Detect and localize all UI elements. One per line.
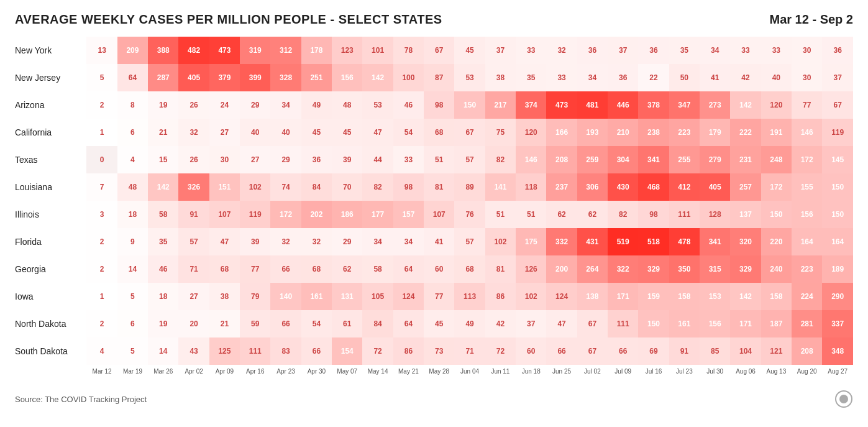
table-row: New Jersey564287405379399328251156142100…: [15, 64, 853, 91]
heatmap-cell: 45: [424, 310, 454, 337]
date-label: Aug 20: [792, 365, 822, 383]
heatmap-cell: 189: [822, 255, 853, 283]
heatmap-cell: 42: [730, 64, 761, 91]
heatmap-cell: 332: [546, 228, 577, 255]
heatmap-cell: 77: [424, 283, 454, 310]
heatmap-cell: 153: [700, 283, 730, 310]
page-footer: Source: The COVID Tracking Project: [15, 390, 853, 408]
heatmap-cell: 2: [86, 228, 117, 255]
heatmap-cell: 161: [301, 283, 332, 310]
date-label: Aug 06: [730, 365, 761, 383]
heatmap-cell: 61: [332, 310, 362, 337]
heatmap-cell: 8: [117, 91, 148, 119]
heatmap-cell: 209: [117, 37, 148, 64]
date-label: Aug 27: [822, 365, 853, 383]
heatmap-cell: 193: [577, 119, 608, 146]
heatmap-cell: 482: [178, 37, 209, 64]
state-label: Georgia: [15, 255, 86, 283]
heatmap-cell: 34: [362, 228, 393, 255]
heatmap-cell: 59: [240, 310, 270, 337]
date-range: Mar 12 - Sep 2: [769, 12, 853, 27]
heatmap-cell: 85: [700, 337, 730, 365]
heatmap-cell: 179: [700, 119, 730, 146]
heatmap-cell: 120: [761, 91, 792, 119]
heatmap-cell: 29: [270, 146, 301, 173]
heatmap-cell: 378: [638, 91, 669, 119]
heatmap-cell: 54: [301, 310, 332, 337]
heatmap-cell: 224: [792, 283, 822, 310]
heatmap-cell: 67: [577, 337, 608, 365]
date-label: May 28: [424, 365, 454, 383]
heatmap-cell: 100: [393, 64, 424, 91]
svg-point-1: [839, 395, 848, 403]
heatmap-cell: 164: [822, 228, 853, 255]
heatmap-cell: 238: [638, 119, 669, 146]
table-row: California162132274040454547546867751201…: [15, 119, 853, 146]
table-row: New York13209388482473319312178123101786…: [15, 37, 853, 64]
heatmap-cell: 4: [117, 146, 148, 173]
heatmap-cell: 46: [148, 255, 178, 283]
heatmap-cell: 350: [669, 255, 700, 283]
heatmap-cell: 67: [454, 119, 485, 146]
heatmap-cell: 47: [362, 119, 393, 146]
state-label: South Dakota: [15, 337, 86, 365]
heatmap-cell: 29: [240, 91, 270, 119]
heatmap-cell: 151: [209, 173, 240, 201]
heatmap-cell: 30: [792, 37, 822, 64]
heatmap-cell: 279: [700, 146, 730, 173]
heatmap-cell: 40: [761, 64, 792, 91]
heatmap-cell: 104: [730, 337, 761, 365]
heatmap-cell: 29: [332, 228, 362, 255]
heatmap-cell: 150: [454, 91, 485, 119]
heatmap-cell: 41: [424, 228, 454, 255]
heatmap-cell: 431: [577, 228, 608, 255]
heatmap-cell: 187: [761, 310, 792, 337]
heatmap-cell: 37: [822, 64, 853, 91]
heatmap-cell: 22: [638, 64, 669, 91]
heatmap-cell: 26: [178, 91, 209, 119]
heatmap-cell: 111: [608, 310, 638, 337]
heatmap-cell: 34: [700, 37, 730, 64]
heatmap-cell: 64: [393, 255, 424, 283]
heatmap-cell: 430: [608, 173, 638, 201]
heatmap-cell: 177: [362, 201, 393, 228]
heatmap-cell: 49: [454, 310, 485, 337]
heatmap-cell: 77: [792, 91, 822, 119]
date-label: Apr 23: [270, 365, 301, 383]
heatmap-cell: 519: [608, 228, 638, 255]
heatmap-cell: 30: [209, 146, 240, 173]
heatmap-cell: 2: [86, 255, 117, 283]
heatmap-cell: 405: [700, 173, 730, 201]
date-label: May 07: [332, 365, 362, 383]
heatmap-cell: 66: [270, 310, 301, 337]
date-label: Apr 16: [240, 365, 270, 383]
heatmap-cell: 70: [332, 173, 362, 201]
heatmap-cell: 341: [700, 228, 730, 255]
heatmap-cell: 101: [362, 37, 393, 64]
heatmap-cell: 264: [577, 255, 608, 283]
heatmap-cell: 210: [608, 119, 638, 146]
heatmap-cell: 50: [669, 64, 700, 91]
heatmap-cell: 53: [454, 64, 485, 91]
heatmap-cell: 36: [608, 64, 638, 91]
heatmap-cell: 111: [669, 201, 700, 228]
table-row: South Dakota4514431251118366154728673717…: [15, 337, 853, 365]
heatmap-cell: 1: [86, 119, 117, 146]
state-label: Texas: [15, 146, 86, 173]
heatmap-cell: 78: [393, 37, 424, 64]
heatmap-cell: 18: [117, 201, 148, 228]
heatmap-cell: 341: [638, 146, 669, 173]
heatmap-cell: 119: [240, 201, 270, 228]
heatmap-cell: 66: [301, 337, 332, 365]
state-label: Florida: [15, 228, 86, 255]
state-label: New Jersey: [15, 64, 86, 91]
heatmap-cell: 37: [608, 37, 638, 64]
heatmap-cell: 91: [669, 337, 700, 365]
heatmap-cell: 2: [86, 310, 117, 337]
heatmap-cell: 150: [761, 201, 792, 228]
heatmap-cell: 175: [516, 228, 546, 255]
heatmap-chart: New York13209388482473319312178123101786…: [15, 37, 853, 383]
heatmap-cell: 399: [240, 64, 270, 91]
heatmap-cell: 412: [669, 173, 700, 201]
heatmap-cell: 223: [792, 255, 822, 283]
